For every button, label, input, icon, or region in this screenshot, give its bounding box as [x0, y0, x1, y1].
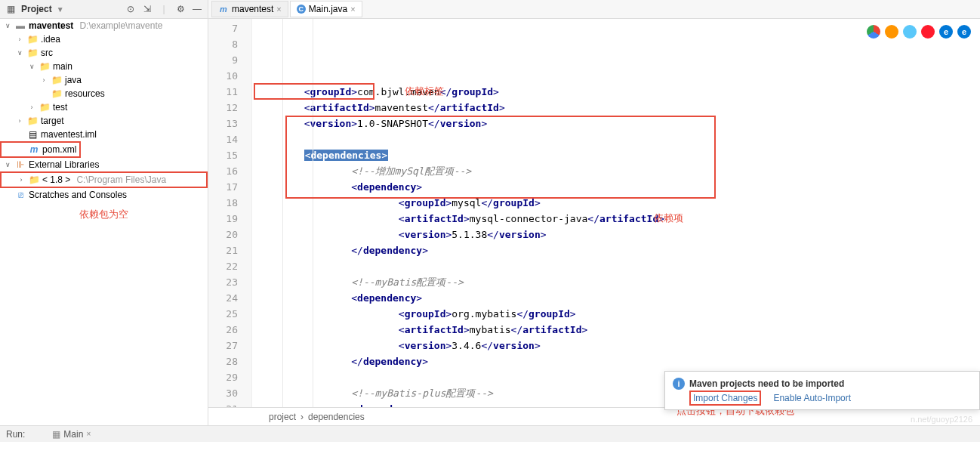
- tab-label: Main.java: [309, 4, 347, 14]
- close-icon[interactable]: ×: [350, 5, 355, 14]
- library-icon: ⊪: [15, 159, 26, 170]
- tab-main-java[interactable]: C Main.java ×: [290, 1, 362, 17]
- ie-icon[interactable]: e: [939, 25, 953, 39]
- source-folder-icon: 📁: [51, 75, 62, 85]
- project-dropdown[interactable]: Project: [21, 4, 52, 14]
- chevron-right-icon[interactable]: ›: [15, 36, 24, 43]
- java-class-icon: C: [297, 5, 306, 14]
- file-icon: ▤: [27, 129, 38, 140]
- tree-src[interactable]: ∨ 📁 src: [0, 46, 208, 60]
- tree-java[interactable]: › 📁 java: [0, 73, 208, 87]
- chevron-down-icon[interactable]: ▼: [57, 5, 64, 14]
- breadcrumb-item[interactable]: dependencies: [308, 412, 365, 422]
- tree-label: src: [41, 48, 53, 58]
- code-line: <!--myBatis配置项-->: [257, 274, 980, 290]
- tree-label: .idea: [41, 34, 60, 45]
- chevron-down-icon[interactable]: ∨: [27, 63, 36, 70]
- line-gutter: 7891011121314151617181920212223242526272…: [208, 19, 252, 407]
- info-icon: i: [673, 378, 685, 390]
- tree-test[interactable]: › 📁 test: [0, 100, 208, 114]
- folder-icon: 📁: [39, 102, 50, 113]
- annotation-dep-tag: 依赖标签: [405, 85, 444, 98]
- tab-label: maventest: [232, 4, 273, 14]
- tree-main[interactable]: ∨ 📁 main: [0, 60, 208, 73]
- project-icon: ▦: [5, 3, 17, 15]
- folder-icon: 📁: [27, 48, 38, 58]
- import-changes-link[interactable]: Import Changes: [689, 393, 761, 403]
- code-line: <artifactId>mybatis</artifactId>: [257, 322, 980, 338]
- code-line: <dependencies>: [257, 147, 980, 163]
- target-icon[interactable]: ⊙: [125, 3, 137, 15]
- run-tab-main[interactable]: ▦ Main ×: [48, 428, 95, 441]
- tree-scratches[interactable]: ⎚ Scratches and Consoles: [0, 188, 208, 202]
- code-line: <groupId>com.bjwl.maven</groupId>: [257, 84, 980, 100]
- chevron-right-icon: ›: [300, 412, 304, 422]
- run-tab-icon: ▦: [52, 429, 60, 440]
- tree-label: pom.xml: [42, 144, 76, 155]
- code-line: [257, 131, 980, 147]
- tree-label: Scratches and Consoles: [29, 190, 127, 200]
- code-line: <version>5.1.38</version>: [257, 227, 980, 242]
- tree-label: maventest: [29, 20, 73, 31]
- tree-external-libs[interactable]: ∨ ⊪ External Libraries: [0, 158, 208, 171]
- project-tree[interactable]: ∨ ▬ maventest D:\example\mavente › 📁 .id…: [0, 19, 208, 425]
- tree-label: maventest.iml: [41, 129, 97, 140]
- tree-idea[interactable]: › 📁 .idea: [0, 32, 208, 46]
- bottom-bar: Run: ▦ Main ×: [0, 425, 980, 442]
- tree-path: C:\Program Files\Java: [76, 174, 166, 185]
- enable-auto-import-link[interactable]: Enable Auto-Import: [773, 393, 851, 403]
- chevron-right-icon[interactable]: ›: [39, 76, 48, 84]
- import-popup: i Maven projects need to be imported Imp…: [664, 371, 980, 410]
- firefox-icon[interactable]: [885, 25, 898, 39]
- tree-root[interactable]: ∨ ▬ maventest D:\example\mavente: [0, 19, 208, 32]
- code-line: <!--增加mySql配置项-->: [257, 163, 980, 179]
- chevron-right-icon[interactable]: ›: [27, 103, 36, 111]
- code-line: </dependency>: [257, 242, 980, 258]
- run-tab-label: Main: [63, 429, 83, 440]
- code-line: <dependency>: [257, 290, 980, 306]
- code-line: </dependency>: [257, 353, 980, 369]
- code-line: <artifactId>maventest</artifactId>: [257, 100, 980, 116]
- maven-file-icon: m: [29, 144, 39, 155]
- tree-path: D:\example\mavente: [79, 20, 162, 31]
- code-editor[interactable]: 7891011121314151617181920212223242526272…: [208, 19, 980, 407]
- edge-icon[interactable]: e: [957, 25, 971, 39]
- code-line: <groupId>org.mybatis</groupId>: [257, 306, 980, 322]
- popup-title: Maven projects need to be imported: [689, 378, 844, 389]
- chevron-right-icon[interactable]: ›: [15, 117, 24, 125]
- tree-pom[interactable]: m pom.xml: [0, 141, 81, 158]
- chevron-down-icon[interactable]: ∨: [15, 49, 24, 57]
- annotation-dep-item: 依赖项: [654, 211, 683, 225]
- safari-icon[interactable]: [903, 25, 917, 39]
- close-icon[interactable]: ×: [276, 5, 281, 14]
- code-line: [257, 258, 980, 274]
- annotation-empty-deps: 依赖包为空: [79, 208, 128, 220]
- chevron-right-icon[interactable]: ›: [17, 176, 26, 184]
- module-icon: ▬: [15, 20, 26, 31]
- jdk-icon: 📁: [29, 174, 39, 185]
- chevron-down-icon[interactable]: ∨: [3, 22, 12, 29]
- chrome-icon[interactable]: [867, 25, 880, 39]
- run-label: Run:: [6, 429, 25, 440]
- expand-icon[interactable]: ⇲: [141, 3, 153, 15]
- chevron-down-icon[interactable]: ∨: [3, 161, 12, 168]
- tree-target[interactable]: › 📁 target: [0, 114, 208, 128]
- tree-resources[interactable]: 📁 resources: [0, 87, 208, 100]
- collapse-icon[interactable]: —: [191, 3, 203, 15]
- browser-icons-row: e e: [867, 25, 971, 39]
- tree-label: resources: [65, 88, 105, 99]
- gear-icon[interactable]: ⚙: [174, 3, 186, 15]
- tree-iml[interactable]: ▤ maventest.iml: [0, 128, 208, 141]
- resource-folder-icon: 📁: [51, 88, 62, 99]
- opera-icon[interactable]: [921, 25, 935, 39]
- tab-maventest[interactable]: m maventest ×: [211, 1, 288, 17]
- project-toolbar: ▦ Project ▼ ⊙ ⇲ | ⚙ —: [0, 0, 208, 18]
- code-line: <groupId>mysql</groupId>: [257, 195, 980, 211]
- maven-icon: m: [218, 4, 229, 14]
- code-line: <artifactId>mysql-connector-java</artifa…: [257, 211, 980, 227]
- breadcrumb-item[interactable]: project: [269, 412, 296, 422]
- close-icon[interactable]: ×: [86, 430, 91, 438]
- tree-label: < 1.8 >: [42, 174, 70, 185]
- target-folder-icon: 📁: [27, 116, 38, 126]
- tree-jdk[interactable]: › 📁 < 1.8 > C:\Program Files\Java: [0, 171, 208, 188]
